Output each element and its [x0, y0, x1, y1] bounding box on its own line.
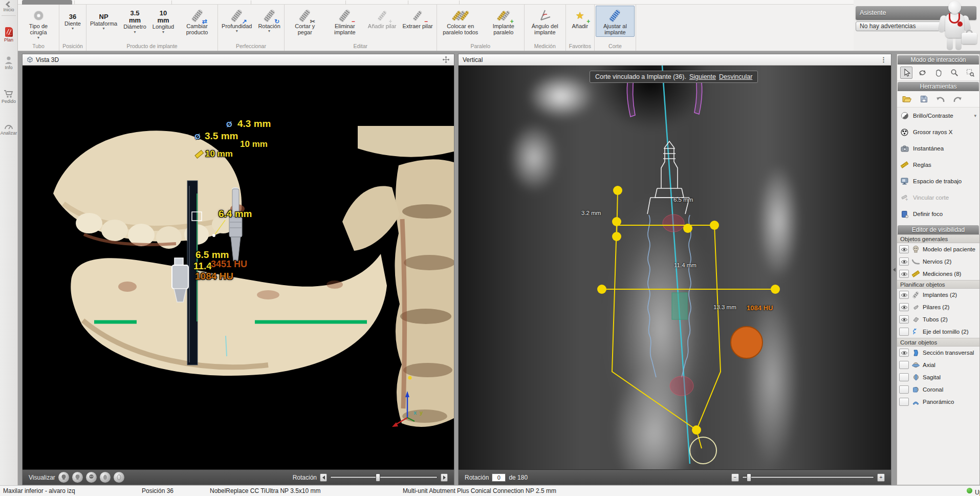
eye-toggle[interactable]: [899, 257, 909, 266]
surgery-type-button[interactable]: Tipo de cirugía ▾: [19, 6, 58, 40]
section-objetos-generales: Objetos generales: [897, 234, 979, 243]
tool-set-focus[interactable]: Definir foco: [897, 206, 979, 222]
select-mode-button[interactable]: [900, 67, 912, 79]
vis-row-abutments: Pilares (2): [897, 301, 979, 313]
selected-tab[interactable]: [22, 0, 72, 5]
slice-slider-thumb[interactable]: [747, 473, 751, 482]
slice-slider[interactable]: [742, 476, 874, 479]
change-product-button[interactable]: ⇄ Cambiar producto: [178, 6, 216, 37]
zoom-region-mode-button[interactable]: [964, 67, 976, 79]
viewport-vertical-title: Vertical: [463, 56, 483, 63]
slice-minus-button[interactable]: −: [731, 473, 739, 482]
ct-measurement: 3.2 mm: [581, 210, 601, 216]
3d-canvas[interactable]: Ø 4.3 mm Ø 3.5 mm 10 mm 10 mm 6.4 mm 6.5…: [23, 66, 454, 485]
visibility-checkbox[interactable]: [899, 398, 909, 406]
rotation-value-input[interactable]: 0: [492, 473, 506, 482]
screw-axis-icon: [911, 328, 920, 336]
eye-toggle[interactable]: [899, 315, 909, 324]
slice-plus-button[interactable]: +: [877, 473, 885, 482]
sagittal-plane-icon: [911, 373, 920, 381]
render-mode-soft-tissue[interactable]: [100, 472, 111, 483]
back-chevron-icon: [6, 1, 12, 8]
open-button[interactable]: [900, 93, 913, 105]
rotate-mode-button[interactable]: [916, 67, 928, 79]
marquee-magnifier-icon: [966, 69, 974, 77]
abutment-plus-icon: +: [374, 8, 391, 23]
visibility-checkbox[interactable]: [899, 361, 909, 369]
ribbon-group-tubo: Tipo de cirugía ▾ Tubo: [18, 5, 59, 51]
rotate-right-button[interactable]: [441, 473, 448, 482]
viewport-3d-title: Vista 3D: [36, 56, 59, 63]
render-mode-skull-3[interactable]: [86, 472, 97, 483]
pan-mode-button[interactable]: [932, 67, 944, 79]
vis-row-coronal: Coronal: [897, 383, 979, 396]
ct-canvas[interactable]: Corte vinculado a Implante (36).Siguient…: [459, 66, 891, 485]
render-mode-skull-1[interactable]: [58, 472, 69, 483]
axis-y-label: y: [420, 409, 423, 416]
length-button[interactable]: 10 mm Longitud ▾: [150, 6, 177, 35]
tooth-button[interactable]: 36 Diente ▾: [60, 6, 85, 31]
coronal-plane-icon: [911, 385, 920, 394]
rotation-slider-thumb[interactable]: [376, 473, 380, 482]
zoom-mode-button[interactable]: [948, 67, 961, 79]
upload-center[interactable]: Upload Center: [967, 487, 975, 494]
tool-workspace[interactable]: Espacio de trabajo: [897, 173, 979, 189]
implant-angle-button[interactable]: Ángulo del implante: [526, 6, 564, 37]
cut-paste-button[interactable]: ✂ Cortar y pegar: [286, 6, 324, 37]
link-unlink[interactable]: Desvincular: [719, 73, 752, 80]
panel-menu-icon[interactable]: ⋮: [880, 56, 887, 63]
eye-toggle[interactable]: [899, 245, 909, 253]
ct-measurement: 13.3 mm: [713, 304, 736, 310]
add-favorite-button[interactable]: ★+ Añadir: [568, 6, 592, 30]
parallel-implant-button[interactable]: + Implante paralelo: [484, 6, 523, 37]
tool-xray-thickness[interactable]: Grosor rayos X: [897, 124, 979, 140]
tool-snapshot[interactable]: Instantánea: [897, 140, 979, 157]
chevron-down-icon[interactable]: ▾: [974, 113, 976, 118]
fit-to-implant-button[interactable]: Ajustar al implante: [596, 6, 635, 37]
rotate-left-button[interactable]: [320, 473, 327, 482]
diameter-symbol: Ø: [226, 120, 232, 128]
workspace-icon: [900, 177, 909, 185]
delete-implant-button[interactable]: − Eliminar implante: [325, 6, 364, 37]
eye-toggle[interactable]: [899, 270, 909, 278]
parallel-all-button[interactable]: Colocar en paralelo todos: [438, 6, 483, 37]
undo-button[interactable]: [934, 93, 947, 105]
ribbon-group-editar: ✂ Cortar y pegar − Eliminar implante + A…: [285, 5, 437, 51]
implant-scissors-icon: ✂: [296, 8, 314, 23]
link-next[interactable]: Siguiente: [689, 73, 716, 80]
rotation-button[interactable]: ↻ Rotación ▾: [255, 6, 282, 34]
eye-toggle[interactable]: [899, 291, 909, 299]
vis-row-panoramic: Panorámico: [897, 396, 979, 408]
visibility-checkbox[interactable]: [899, 328, 909, 336]
ribbon-tab-strip[interactable]: [18, 0, 854, 5]
implant-rotate-icon: ↻: [260, 8, 278, 23]
depth-button[interactable]: ↗ Profundidad ▾: [219, 6, 254, 34]
nav-inicio[interactable]: Inicio: [0, 2, 17, 12]
diameter-button[interactable]: 3.5 mm Diámetro ▾: [121, 6, 149, 35]
nav-analizar[interactable]: Analizar: [0, 122, 17, 136]
nav-pedido[interactable]: Pedido: [0, 90, 17, 104]
rotation-slider[interactable]: [330, 476, 438, 479]
nav-plan[interactable]: Plan: [0, 27, 17, 42]
visibility-checkbox[interactable]: [899, 385, 909, 394]
remove-abutment-button[interactable]: − Extraer pilar: [400, 6, 435, 30]
platform-button[interactable]: NP Plataforma ▾: [88, 6, 120, 31]
redo-button[interactable]: [951, 93, 964, 105]
orange-marker: [731, 327, 763, 358]
visibility-checkbox[interactable]: [899, 373, 909, 381]
pencil-plus-icon: +: [900, 193, 909, 202]
blue-implant-icon: [606, 8, 624, 23]
render-mode-translucent[interactable]: [114, 472, 124, 483]
eye-toggle[interactable]: [899, 303, 909, 311]
nav-info[interactable]: Info: [0, 56, 17, 70]
vis-row-patient-model: Modelo del paciente: [897, 243, 979, 255]
vis-row-tubes: Tubos (2): [897, 313, 979, 326]
skull-icon: [911, 245, 920, 253]
move-panel-icon[interactable]: [442, 56, 450, 63]
sidebar-collapse-handle[interactable]: [891, 54, 897, 485]
render-mode-skull-2[interactable]: [72, 472, 83, 483]
save-button[interactable]: [917, 93, 930, 105]
eye-toggle[interactable]: [899, 349, 909, 357]
tool-brightness-contrast[interactable]: Brillo/Contraste ▾: [897, 107, 979, 124]
tool-rulers[interactable]: Reglas: [897, 157, 979, 173]
